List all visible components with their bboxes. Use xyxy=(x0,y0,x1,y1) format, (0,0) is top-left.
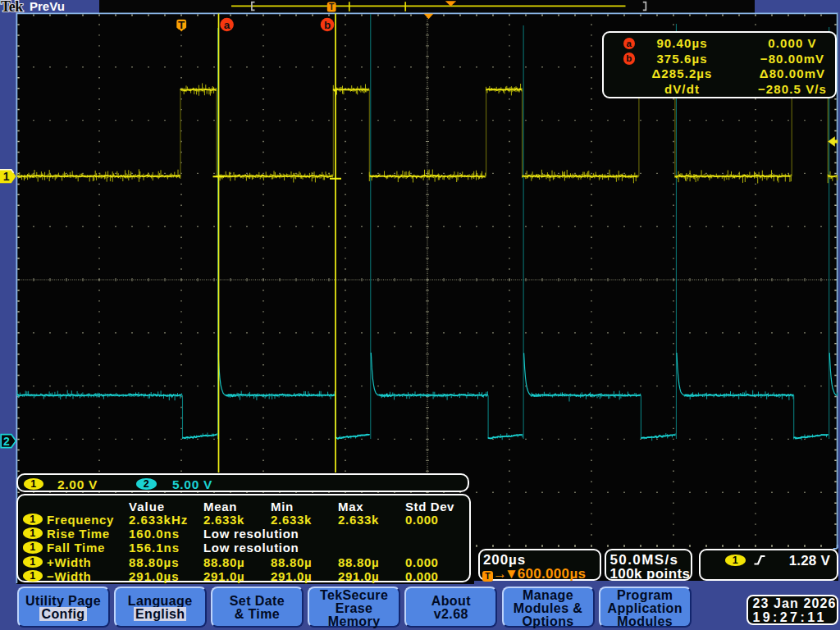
svg-text:1: 1 xyxy=(3,170,10,183)
svg-text:T: T xyxy=(178,19,185,31)
svg-text:b: b xyxy=(324,19,331,31)
svg-text:2: 2 xyxy=(3,435,10,448)
svg-text:a: a xyxy=(224,19,231,31)
svg-text:T: T xyxy=(329,2,335,11)
